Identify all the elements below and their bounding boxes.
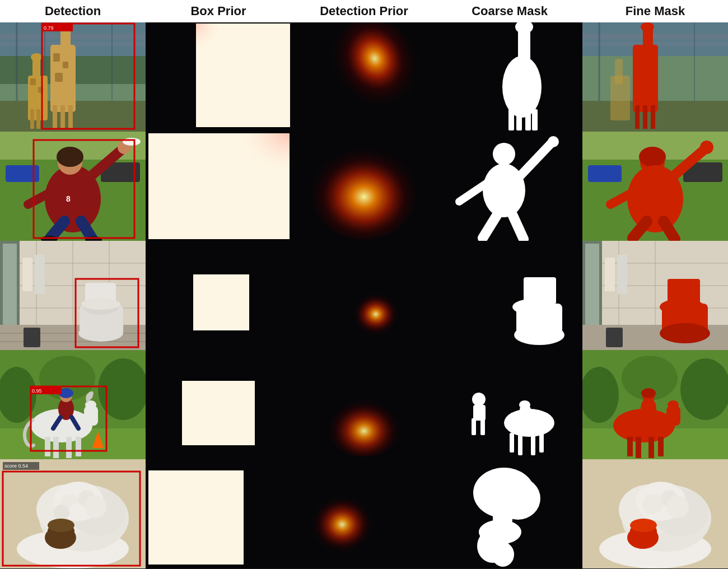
svg-point-211 <box>48 519 74 532</box>
svg-point-71 <box>123 138 141 146</box>
svg-rect-37 <box>508 109 514 130</box>
svg-rect-140 <box>617 255 627 294</box>
detection-object: score 0.54 <box>0 459 146 568</box>
svg-point-36 <box>502 56 542 118</box>
svg-rect-182 <box>539 433 544 453</box>
header-label-detection: Detection <box>45 4 101 18</box>
fine-mask-toilet <box>582 241 728 350</box>
fine-mask-object <box>582 459 728 568</box>
svg-rect-22 <box>68 105 73 129</box>
detection-prior-giraffe <box>291 22 437 132</box>
fine-mask-person <box>582 132 728 241</box>
detection-giraffe: 0.79 <box>0 22 146 132</box>
svg-rect-194 <box>658 437 664 456</box>
svg-rect-50 <box>633 45 658 112</box>
svg-rect-180 <box>518 434 522 455</box>
svg-point-206 <box>84 496 106 518</box>
svg-rect-216 <box>148 470 244 565</box>
svg-text:0.79: 0.79 <box>44 25 54 31</box>
svg-point-240 <box>630 519 657 532</box>
coarse-mask-toilet <box>437 241 582 350</box>
header-label-detection-prior: Detection Prior <box>320 4 408 18</box>
svg-point-17 <box>31 53 42 61</box>
header-coarse-mask: Coarse Mask <box>437 0 582 22</box>
svg-rect-139 <box>605 258 615 291</box>
svg-point-145 <box>660 323 710 343</box>
svg-point-82 <box>548 136 559 147</box>
svg-point-197 <box>641 388 656 398</box>
svg-point-228 <box>492 542 514 567</box>
svg-point-77 <box>311 144 417 240</box>
svg-rect-179 <box>510 433 514 453</box>
svg-rect-157 <box>66 437 72 458</box>
svg-rect-141 <box>606 328 623 347</box>
header-box-prior: Box Prior <box>146 0 291 22</box>
svg-point-117 <box>81 299 120 310</box>
svg-rect-192 <box>636 437 641 458</box>
fine-mask-horse <box>582 350 728 459</box>
header-fine-mask: Fine Mask <box>582 0 728 22</box>
svg-rect-20 <box>53 105 57 129</box>
svg-rect-168 <box>182 381 255 445</box>
svg-rect-51 <box>635 105 640 129</box>
svg-rect-156 <box>53 437 59 458</box>
svg-point-62 <box>57 147 83 167</box>
detection-prior-horse <box>291 350 437 459</box>
svg-rect-23 <box>30 109 34 129</box>
svg-rect-175 <box>480 418 485 435</box>
svg-text:0.95: 0.95 <box>32 388 42 394</box>
detection-prior-object <box>291 459 437 568</box>
header-detection-prior: Detection Prior <box>291 0 437 22</box>
svg-rect-75 <box>148 133 290 239</box>
svg-rect-14 <box>55 73 63 82</box>
svg-text:score 0.54: score 0.54 <box>4 463 28 469</box>
svg-rect-193 <box>648 437 654 458</box>
svg-point-207 <box>68 503 86 521</box>
svg-rect-155 <box>45 437 50 456</box>
svg-rect-3 <box>0 34 146 39</box>
svg-rect-181 <box>531 434 535 455</box>
svg-point-237 <box>666 496 689 518</box>
svg-point-128 <box>514 325 564 345</box>
detection-horse: 0.95 <box>0 350 146 459</box>
main-grid: Detection Box Prior Detection Prior Coar… <box>0 0 728 569</box>
svg-rect-43 <box>582 34 728 39</box>
header-label-fine-mask: Fine Mask <box>626 4 685 18</box>
svg-point-235 <box>642 494 662 514</box>
fine-mask-giraffe <box>582 22 728 132</box>
svg-rect-173 <box>473 405 486 421</box>
svg-point-224 <box>514 481 536 503</box>
svg-rect-112 <box>35 255 45 294</box>
svg-point-123 <box>339 277 406 339</box>
svg-point-190 <box>668 400 679 409</box>
svg-rect-13 <box>63 62 68 68</box>
svg-rect-30 <box>196 24 290 127</box>
header-detection: Detection <box>0 0 146 22</box>
svg-rect-191 <box>627 437 633 456</box>
svg-rect-21 <box>60 105 65 129</box>
svg-rect-24 <box>36 109 40 129</box>
svg-rect-121 <box>193 274 249 330</box>
coarse-mask-person <box>437 132 582 241</box>
header-label-coarse-mask: Coarse Mask <box>472 4 548 18</box>
box-prior-horse <box>146 350 291 459</box>
svg-rect-108 <box>0 325 146 350</box>
svg-rect-12 <box>53 53 60 62</box>
detection-person: 8 <box>0 132 146 241</box>
svg-point-208 <box>54 505 69 520</box>
box-prior-giraffe <box>146 22 291 132</box>
svg-rect-52 <box>643 105 647 129</box>
svg-rect-158 <box>76 437 81 456</box>
svg-point-91 <box>639 147 666 167</box>
svg-rect-88 <box>588 165 622 182</box>
coarse-mask-giraffe <box>437 22 582 132</box>
svg-point-49 <box>641 22 654 31</box>
svg-point-222 <box>485 475 510 500</box>
svg-point-178 <box>519 400 530 409</box>
svg-point-218 <box>311 484 389 557</box>
detection-toilet <box>0 241 146 350</box>
svg-rect-38 <box>516 109 522 130</box>
box-prior-object <box>146 459 291 568</box>
svg-rect-18 <box>30 78 36 85</box>
svg-rect-118 <box>24 328 40 347</box>
